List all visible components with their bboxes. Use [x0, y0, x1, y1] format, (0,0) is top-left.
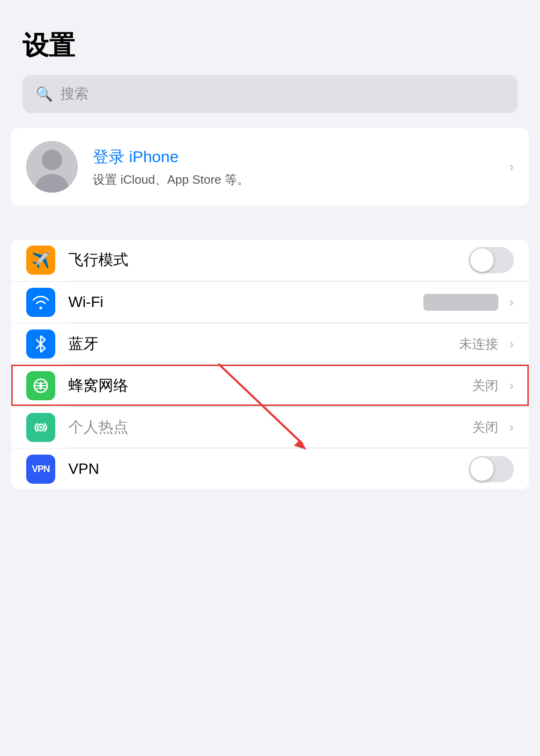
vpn-row[interactable]: VPN VPN	[11, 448, 529, 489]
airplane-toggle[interactable]	[469, 247, 514, 273]
network-settings-list: ✈️ 飞行模式 Wi-Fi	[11, 240, 529, 489]
wifi-icon	[26, 288, 55, 317]
search-bar-container: 🔍 搜索	[0, 75, 540, 128]
svg-point-1	[42, 150, 62, 170]
bluetooth-label: 蓝牙	[68, 334, 459, 354]
wifi-value	[423, 294, 498, 311]
cellular-chevron: ›	[510, 378, 514, 393]
cellular-value: 关闭	[472, 377, 498, 395]
wifi-label: Wi-Fi	[68, 293, 423, 311]
airplane-mode-row[interactable]: ✈️ 飞行模式	[11, 240, 529, 281]
section-spacer	[0, 221, 540, 240]
wifi-value-block: ›	[423, 294, 514, 311]
profile-text: 登录 iPhone 设置 iCloud、App Store 等。	[93, 146, 495, 188]
cellular-row[interactable]: 蜂窝网络 关闭 ›	[11, 365, 529, 406]
airplane-toggle-knob	[470, 248, 494, 272]
wifi-row[interactable]: Wi-Fi ›	[11, 281, 529, 322]
bluetooth-icon	[26, 329, 55, 359]
bluetooth-value-block: 未连接 ›	[459, 335, 514, 353]
wifi-chevron: ›	[510, 295, 514, 310]
cellular-label: 蜂窝网络	[68, 375, 472, 396]
hotspot-icon	[26, 413, 55, 442]
avatar	[26, 141, 78, 193]
bluetooth-value: 未连接	[459, 335, 498, 353]
hotspot-chevron: ›	[510, 420, 514, 435]
vpn-toggle-knob	[470, 457, 494, 481]
hotspot-value: 关闭	[472, 419, 498, 436]
cellular-icon	[26, 371, 55, 400]
hotspot-row[interactable]: 个人热点 关闭 ›	[11, 406, 529, 448]
svg-point-6	[39, 426, 42, 429]
profile-row[interactable]: 登录 iPhone 设置 iCloud、App Store 等。 ›	[11, 128, 529, 206]
cellular-value-block: 关闭 ›	[472, 377, 514, 395]
search-placeholder: 搜索	[60, 84, 89, 104]
page-title: 设置	[0, 0, 540, 75]
search-icon: 🔍	[36, 86, 53, 102]
hotspot-label: 个人热点	[68, 417, 472, 438]
hotspot-value-block: 关闭 ›	[472, 419, 514, 436]
network-settings-group: ✈️ 飞行模式 Wi-Fi	[11, 240, 529, 489]
profile-signin-label: 登录 iPhone	[93, 146, 495, 168]
profile-section[interactable]: 登录 iPhone 设置 iCloud、App Store 等。 ›	[11, 128, 529, 206]
profile-subtitle: 设置 iCloud、App Store 等。	[93, 172, 495, 188]
search-bar[interactable]: 🔍 搜索	[22, 75, 518, 113]
airplane-label: 飞行模式	[68, 250, 469, 270]
profile-chevron: ›	[510, 159, 514, 174]
bluetooth-chevron: ›	[510, 337, 514, 352]
settings-page: 设置 🔍 搜索 登录 iPhone 设置 iCloud、App Store 等。…	[0, 0, 540, 756]
vpn-toggle[interactable]	[469, 456, 514, 482]
bluetooth-row[interactable]: 蓝牙 未连接 ›	[11, 323, 529, 364]
airplane-icon: ✈️	[26, 246, 55, 275]
vpn-label: VPN	[68, 460, 469, 478]
vpn-icon: VPN	[26, 455, 55, 484]
